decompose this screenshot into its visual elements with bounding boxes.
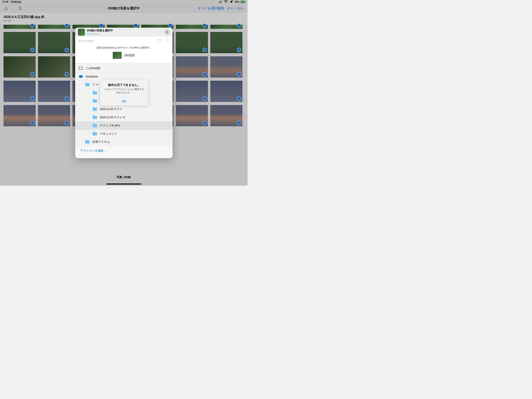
chevron-right-icon: › bbox=[168, 91, 169, 95]
share-sheet-header: 250枚の写真を選択中 オプション › ✕ bbox=[75, 28, 172, 37]
chevron-right-icon: › bbox=[168, 132, 169, 135]
location-row[interactable]: テスト.7.8-JPG› bbox=[75, 122, 172, 130]
saving-message: 項目をOneDrive上の"テスト.7.8-JPG"に保存中... bbox=[75, 45, 172, 52]
chevron-down-icon: ⌄ bbox=[166, 83, 169, 86]
location-label: このiPad内 bbox=[86, 66, 100, 70]
error-alert: 操作を完了できません。 ヘルパーアプリケーションと通信できませんでした。 OK bbox=[100, 80, 148, 105]
folder-icon bbox=[93, 132, 97, 135]
share-options-link[interactable]: オプション › bbox=[87, 32, 113, 36]
alert-ok-button[interactable]: OK bbox=[100, 97, 148, 105]
location-label: ドキュメント bbox=[100, 132, 117, 135]
chevron-down-icon: ⌄ bbox=[166, 75, 169, 78]
location-row[interactable]: 2020.6.24-テスト› bbox=[75, 105, 172, 113]
folder-icon bbox=[93, 116, 97, 119]
location-row[interactable]: ドキュメント› bbox=[75, 130, 172, 138]
alert-message: ヘルパーアプリケーションと通信できませんでした。 bbox=[100, 88, 148, 97]
chevron-right-icon: › bbox=[168, 140, 169, 144]
folder-icon bbox=[93, 124, 97, 127]
folder-icon bbox=[93, 100, 97, 103]
folder-icon bbox=[93, 91, 97, 95]
folder-icon bbox=[93, 108, 97, 111]
location-label: 2020.6.24-テスト-2 bbox=[100, 116, 125, 119]
chevron-right-icon: › bbox=[168, 108, 169, 111]
share-title: 250枚の写真を選択中 bbox=[87, 29, 113, 32]
save-cancel-button[interactable]: キャンセル bbox=[78, 39, 94, 43]
close-icon[interactable]: ✕ bbox=[164, 29, 170, 35]
edit-actions-button[interactable]: アクションを編集... bbox=[75, 146, 172, 155]
location-row[interactable]: このiPad内› bbox=[75, 64, 172, 72]
alert-title: 操作を完了できません。 bbox=[100, 80, 148, 88]
location-label: テスト.7.8-JPG bbox=[100, 124, 120, 127]
item-count-label: 250項目 bbox=[124, 54, 135, 57]
location-row[interactable]: OneDrive⌄ bbox=[75, 72, 172, 81]
new-folder-icon[interactable] bbox=[157, 38, 162, 44]
chevron-right-icon: › bbox=[168, 116, 169, 119]
chevron-right-icon: › bbox=[168, 67, 169, 70]
location-label: ファ bbox=[92, 83, 98, 86]
location-label: 2020.6.24-テスト bbox=[100, 107, 122, 111]
location-label: 共有アイテム bbox=[92, 140, 110, 144]
folder-icon bbox=[85, 141, 89, 144]
ipad-icon bbox=[79, 67, 83, 70]
item-thumbnail bbox=[113, 52, 122, 59]
folder-icon bbox=[85, 83, 89, 86]
spinner-icon bbox=[165, 38, 169, 44]
chevron-right-icon: › bbox=[168, 99, 169, 103]
onedrive-icon bbox=[79, 75, 83, 78]
location-row[interactable]: 2020.6.24-テスト-2› bbox=[75, 113, 172, 122]
location-row[interactable]: 共有アイテム› bbox=[75, 138, 172, 146]
chevron-right-icon: › bbox=[168, 124, 169, 127]
home-indicator[interactable] bbox=[106, 184, 141, 185]
location-label: OneDrive bbox=[86, 75, 98, 78]
share-thumbnail bbox=[78, 29, 85, 36]
